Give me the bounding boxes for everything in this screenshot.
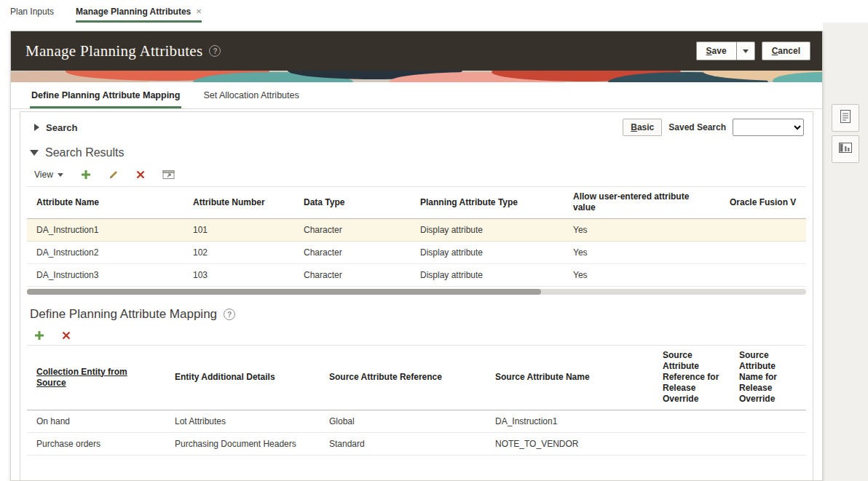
cell-allow-user[interactable]: Yes (564, 219, 720, 242)
cell-attribute-number[interactable]: 101 (184, 219, 294, 242)
subtab-define-planning-attribute-mapping[interactable]: Define Planning Attribute Mapping (30, 82, 181, 108)
cell-data-type[interactable]: Character (294, 219, 411, 242)
search-results-table: Attribute Name Attribute Number Data Typ… (27, 186, 806, 287)
cell-allow-user[interactable]: Yes (564, 264, 720, 287)
delete-mapping-button[interactable] (62, 331, 71, 340)
view-menu-button[interactable]: View (34, 170, 63, 180)
cell-attribute-number[interactable]: 103 (184, 264, 294, 287)
chevron-down-icon (743, 49, 749, 53)
manage-planning-attributes-page: Manage Planning Attributes ? Save Cancel (10, 31, 823, 481)
table-row[interactable]: On hand Lot Attributes Global DA_Instruc… (27, 410, 806, 433)
cell-oracle-fusion[interactable] (720, 264, 806, 287)
col-attribute-number[interactable]: Attribute Number (184, 187, 294, 219)
save-button[interactable]: Save (696, 41, 736, 60)
save-button-label: Save (706, 46, 727, 56)
tab-plan-inputs[interactable]: Plan Inputs (10, 0, 54, 23)
detach-button[interactable] (162, 170, 175, 180)
cell-oracle-fusion[interactable] (720, 242, 806, 264)
save-split-button: Save (696, 41, 755, 60)
cell-release-name[interactable] (730, 433, 806, 456)
table-row[interactable]: DA_Instruction1 101 Character Display at… (27, 219, 806, 242)
mapping-toolbar (20, 325, 813, 345)
cell-planning-type[interactable]: Display attribute (411, 264, 564, 287)
help-icon[interactable]: ? (224, 309, 235, 320)
cell-planning-type[interactable]: Display attribute (411, 242, 564, 264)
col-collection-entity[interactable]: Collection Entity from Source (27, 346, 165, 410)
chevron-down-icon (58, 173, 63, 177)
page-properties-panel-button[interactable] (832, 104, 859, 132)
cell-entity-details[interactable]: Lot Attributes (165, 410, 320, 433)
col-oracle-fusion[interactable]: Oracle Fusion V (720, 187, 806, 219)
window-tab-bar: Plan Inputs Manage Planning Attributes × (0, 0, 868, 23)
cell-attribute-name[interactable]: DA_Instruction3 (27, 264, 184, 287)
cell-attribute-name[interactable]: DA_Instruction1 (27, 219, 184, 242)
cell-allow-user[interactable]: Yes (564, 242, 720, 264)
horizontal-scrollbar[interactable] (27, 289, 806, 295)
cell-planning-type[interactable]: Display attribute (411, 219, 564, 242)
subtab-label: Set Allocation Attributes (203, 90, 299, 100)
cell-attribute-name[interactable]: DA_Instruction2 (27, 242, 184, 264)
data-panel-button[interactable] (832, 135, 859, 163)
col-source-name-release-override[interactable]: Source Attribute Name for Release Overri… (730, 346, 806, 410)
add-row-button[interactable] (81, 170, 91, 180)
header-actions: Save Cancel (696, 41, 810, 60)
col-planning-attribute-type[interactable]: Planning Attribute Type (411, 187, 564, 219)
basic-button-label: Basic (631, 122, 654, 132)
saved-search-label: Saved Search (668, 122, 726, 132)
col-source-attr-name[interactable]: Source Attribute Name (486, 346, 653, 410)
edit-row-button[interactable] (108, 170, 119, 180)
results-header-row: Attribute Name Attribute Number Data Typ… (27, 187, 806, 219)
results-toolbar: View (20, 162, 813, 186)
search-results-title: Search Results (45, 146, 125, 159)
search-results-header: Search Results (20, 143, 813, 162)
tab-manage-planning-attributes[interactable]: Manage Planning Attributes × (76, 0, 202, 23)
table-row[interactable]: Purchase orders Purchasing Document Head… (27, 433, 806, 456)
cell-collection-entity[interactable]: On hand (27, 410, 165, 433)
scrollbar-thumb[interactable] (27, 289, 541, 295)
col-entity-details[interactable]: Entity Additional Details (165, 346, 320, 410)
cell-release-ref[interactable] (653, 410, 730, 433)
tab-manage-planning-attributes-label: Manage Planning Attributes (76, 7, 191, 17)
cell-release-ref[interactable] (653, 433, 730, 456)
view-menu-label: View (34, 170, 53, 180)
cell-source-ref[interactable]: Global (320, 410, 486, 433)
cell-entity-details[interactable]: Purchasing Document Headers (165, 433, 320, 456)
x-icon (62, 331, 71, 340)
cancel-button[interactable]: Cancel (762, 41, 810, 60)
save-dropdown-button[interactable] (736, 41, 755, 60)
cell-source-name[interactable]: NOTE_TO_VENDOR (486, 433, 653, 456)
cell-oracle-fusion[interactable] (720, 219, 806, 242)
col-allow-user-entered[interactable]: Allow user-entered attribute value (564, 187, 720, 219)
cell-collection-entity[interactable]: Purchase orders (27, 433, 165, 456)
search-section-title: Search (46, 122, 77, 133)
add-mapping-button[interactable] (34, 330, 44, 341)
col-source-ref-release-override[interactable]: Source Attribute Reference for Release O… (653, 346, 730, 410)
page-header: Manage Planning Attributes ? Save Cancel (11, 31, 822, 71)
cell-data-type[interactable]: Character (294, 242, 411, 264)
col-attribute-name[interactable]: Attribute Name (27, 187, 184, 219)
expand-search-icon[interactable] (34, 124, 39, 131)
collapse-results-icon[interactable] (30, 150, 39, 156)
tab-close-icon[interactable]: × (196, 6, 202, 17)
cell-release-name[interactable] (730, 410, 806, 433)
table-row[interactable]: DA_Instruction3 103 Character Display at… (27, 264, 806, 287)
cell-attribute-number[interactable]: 102 (184, 242, 294, 264)
mapping-section-title: Define Planning Attribute Mapping (30, 307, 217, 322)
subtab-set-allocation-attributes[interactable]: Set Allocation Attributes (202, 82, 300, 108)
cell-source-name[interactable]: DA_Instruction1 (486, 410, 653, 433)
page-title: Manage Planning Attributes (25, 42, 202, 60)
help-icon[interactable]: ? (209, 45, 221, 57)
table-row[interactable]: DA_Instruction2 102 Character Display at… (27, 242, 806, 264)
basic-search-button[interactable]: Basic (623, 119, 662, 136)
tab-plan-inputs-label: Plan Inputs (10, 7, 54, 17)
right-rail (823, 23, 868, 481)
x-icon (136, 170, 145, 179)
table-chart-icon (838, 141, 853, 157)
cell-source-ref[interactable]: Standard (320, 433, 486, 456)
search-section-header: Search Basic Saved Search (20, 112, 813, 143)
delete-row-button[interactable] (136, 170, 145, 179)
saved-search-select[interactable] (733, 119, 804, 136)
col-source-attr-reference[interactable]: Source Attribute Reference (320, 346, 486, 410)
cell-data-type[interactable]: Character (294, 264, 411, 287)
col-data-type[interactable]: Data Type (294, 187, 411, 219)
